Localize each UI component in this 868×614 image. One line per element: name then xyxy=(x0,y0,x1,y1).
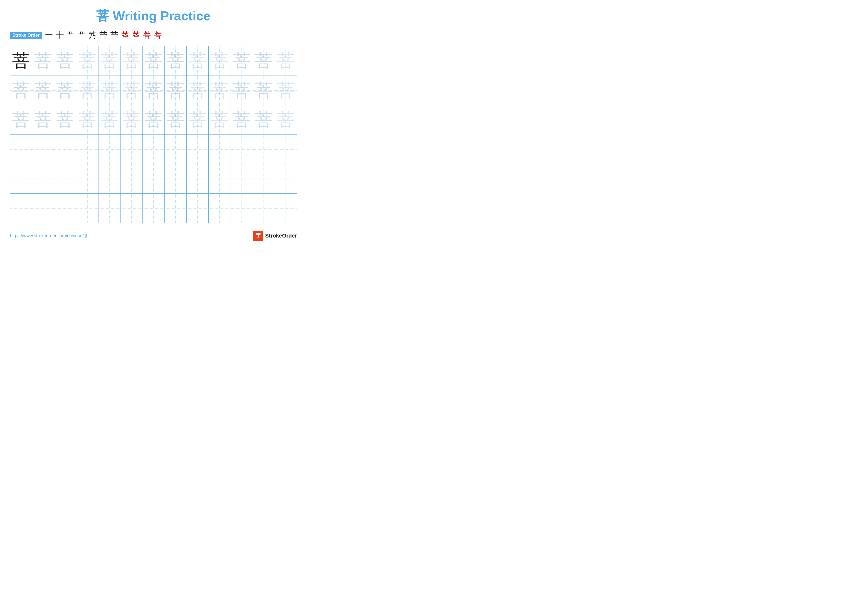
cell-5-7[interactable] xyxy=(143,164,164,193)
stroke-6: 苎 xyxy=(99,30,107,40)
cell-3-3[interactable]: 菩 xyxy=(54,105,76,135)
cell-1-11[interactable]: 菩 xyxy=(231,46,253,76)
cell-2-11[interactable]: 菩 xyxy=(231,76,253,105)
cell-4-12[interactable] xyxy=(253,135,275,164)
stroke-9: 茎 xyxy=(132,30,140,40)
cell-1-7[interactable]: 菩 xyxy=(143,46,164,76)
cell-1-4[interactable]: 菩 xyxy=(76,46,98,76)
cell-1-2[interactable]: 菩 xyxy=(32,46,54,76)
cell-5-2[interactable] xyxy=(32,164,54,193)
cell-6-1[interactable] xyxy=(10,194,32,223)
cell-6-13[interactable] xyxy=(275,194,297,223)
stroke-order-row: Stroke Order 一 十 艹 艹 艿 苎 苎 茎 茎 菩 菩 xyxy=(10,30,297,40)
cell-3-5[interactable]: 菩 xyxy=(98,105,121,135)
cell-1-1[interactable]: 菩 xyxy=(10,46,32,76)
cell-3-6[interactable]: 菩 xyxy=(121,105,143,135)
cell-6-11[interactable] xyxy=(231,194,253,223)
char-display: 菩 xyxy=(56,81,74,99)
title-char: 菩 xyxy=(96,9,109,23)
cell-3-12[interactable]: 菩 xyxy=(253,105,275,135)
cell-4-2[interactable] xyxy=(32,135,54,164)
char-display: 菩 xyxy=(12,52,30,70)
stroke-1: 一 xyxy=(45,30,53,40)
cell-6-4[interactable] xyxy=(76,194,98,223)
cell-2-7[interactable]: 菩 xyxy=(143,76,164,105)
cell-2-5[interactable]: 菩 xyxy=(98,76,121,105)
cell-2-3[interactable]: 菩 xyxy=(54,76,76,105)
cell-4-5[interactable] xyxy=(98,135,121,164)
footer-url[interactable]: https://www.strokeorder.com/chinese/菩 xyxy=(10,233,88,239)
char-display: 菩 xyxy=(12,111,30,129)
cell-6-8[interactable] xyxy=(164,194,186,223)
cell-3-1[interactable]: 菩 xyxy=(10,105,32,135)
stroke-11: 菩 xyxy=(154,30,162,40)
cell-3-4[interactable]: 菩 xyxy=(76,105,98,135)
cell-6-10[interactable] xyxy=(209,194,231,223)
page-title: 菩 Writing Practice xyxy=(96,9,210,23)
char-display: 菩 xyxy=(233,52,251,70)
cell-4-13[interactable] xyxy=(275,135,297,164)
cell-4-6[interactable] xyxy=(121,135,143,164)
cell-4-11[interactable] xyxy=(231,135,253,164)
brand-icon: 字 xyxy=(253,231,263,241)
cell-6-5[interactable] xyxy=(98,194,121,223)
cell-1-6[interactable]: 菩 xyxy=(121,46,143,76)
cell-1-13[interactable]: 菩 xyxy=(275,46,297,76)
cell-1-3[interactable]: 菩 xyxy=(54,46,76,76)
cell-2-13[interactable]: 菩 xyxy=(275,76,297,105)
cell-6-2[interactable] xyxy=(32,194,54,223)
cell-6-3[interactable] xyxy=(54,194,76,223)
cell-5-1[interactable] xyxy=(10,164,32,193)
cell-6-7[interactable] xyxy=(143,194,164,223)
cell-4-4[interactable] xyxy=(76,135,98,164)
cell-5-11[interactable] xyxy=(231,164,253,193)
cell-4-10[interactable] xyxy=(209,135,231,164)
cell-2-8[interactable]: 菩 xyxy=(164,76,186,105)
cell-5-8[interactable] xyxy=(164,164,186,193)
stroke-2: 十 xyxy=(56,30,64,40)
cell-4-7[interactable] xyxy=(143,135,164,164)
cell-2-12[interactable]: 菩 xyxy=(253,76,275,105)
cell-3-10[interactable]: 菩 xyxy=(209,105,231,135)
cell-1-10[interactable]: 菩 xyxy=(209,46,231,76)
char-display: 菩 xyxy=(101,81,118,99)
cell-1-9[interactable]: 菩 xyxy=(186,46,209,76)
cell-1-5[interactable]: 菩 xyxy=(98,46,121,76)
cell-4-1[interactable] xyxy=(10,135,32,164)
cell-6-9[interactable] xyxy=(186,194,209,223)
cell-1-8[interactable]: 菩 xyxy=(164,46,186,76)
cell-2-1[interactable]: 菩 xyxy=(10,76,32,105)
practice-grid: 菩 菩 菩 菩 菩 菩 菩 菩 菩 菩 菩 菩 菩 菩 菩 菩 菩 菩 菩 菩 … xyxy=(10,46,297,223)
grid-row-1: 菩 菩 菩 菩 菩 菩 菩 菩 菩 菩 菩 菩 菩 xyxy=(10,46,297,76)
cell-5-5[interactable] xyxy=(98,164,121,193)
cell-2-10[interactable]: 菩 xyxy=(209,76,231,105)
cell-5-13[interactable] xyxy=(275,164,297,193)
cell-5-12[interactable] xyxy=(253,164,275,193)
cell-4-8[interactable] xyxy=(164,135,186,164)
cell-4-3[interactable] xyxy=(54,135,76,164)
stroke-3: 艹 xyxy=(67,30,75,40)
brand-logo: 字 StrokeOrder xyxy=(253,231,297,241)
cell-5-9[interactable] xyxy=(186,164,209,193)
cell-3-13[interactable]: 菩 xyxy=(275,105,297,135)
cell-3-11[interactable]: 菩 xyxy=(231,105,253,135)
cell-3-9[interactable]: 菩 xyxy=(186,105,209,135)
char-display: 菩 xyxy=(101,111,118,129)
cell-3-8[interactable]: 菩 xyxy=(164,105,186,135)
cell-4-9[interactable] xyxy=(186,135,209,164)
cell-5-4[interactable] xyxy=(76,164,98,193)
cell-1-12[interactable]: 菩 xyxy=(253,46,275,76)
cell-2-9[interactable]: 菩 xyxy=(186,76,209,105)
cell-2-4[interactable]: 菩 xyxy=(76,76,98,105)
cell-2-2[interactable]: 菩 xyxy=(32,76,54,105)
cell-5-3[interactable] xyxy=(54,164,76,193)
cell-3-7[interactable]: 菩 xyxy=(143,105,164,135)
cell-6-12[interactable] xyxy=(253,194,275,223)
cell-5-10[interactable] xyxy=(209,164,231,193)
cell-5-6[interactable] xyxy=(121,164,143,193)
cell-2-6[interactable]: 菩 xyxy=(121,76,143,105)
char-display: 菩 xyxy=(34,52,52,70)
char-display: 菩 xyxy=(34,81,52,99)
cell-6-6[interactable] xyxy=(121,194,143,223)
cell-3-2[interactable]: 菩 xyxy=(32,105,54,135)
